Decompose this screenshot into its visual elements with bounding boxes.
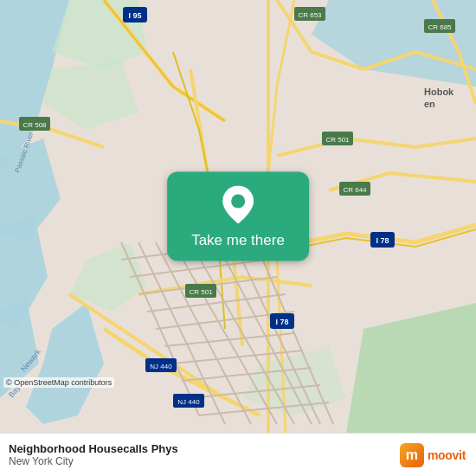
svg-text:I 78: I 78 (376, 236, 389, 245)
svg-text:NJ 440: NJ 440 (177, 398, 200, 406)
take-me-there-label: Take me there (191, 232, 285, 249)
place-location: New York City (9, 455, 178, 467)
svg-text:CR 644: CR 644 (343, 186, 367, 194)
moovit-wordmark: moovit (428, 448, 466, 462)
footer: Neighborhood Housecalls Phys New York Ci… (0, 433, 476, 476)
svg-point-29 (231, 195, 245, 209)
svg-text:CR 653: CR 653 (298, 11, 322, 19)
footer-text: Neighborhood Housecalls Phys New York Ci… (9, 442, 178, 467)
place-name: Neighborhood Housecalls Phys (9, 442, 178, 455)
svg-text:I 78: I 78 (275, 318, 288, 326)
svg-text:Hobok: Hobok (424, 87, 454, 97)
svg-text:I 95: I 95 (128, 11, 141, 20)
moovit-logo: m moovit (400, 443, 466, 467)
map-attribution: © OpenStreetMap contributors (3, 377, 114, 388)
take-me-there-button[interactable]: Take me there (167, 172, 309, 261)
location-pin-icon (222, 186, 254, 227)
svg-text:CR 685: CR 685 (428, 23, 452, 31)
moovit-logo-mark: m (400, 443, 424, 467)
svg-text:CR 508: CR 508 (23, 121, 47, 129)
svg-text:NJ 440: NJ 440 (150, 363, 172, 370)
map-container: I 95 CR 653 CR 685 CR 508 CR 501 CR 644 … (0, 0, 476, 433)
moovit-letter: m (406, 447, 418, 463)
svg-text:CR 501: CR 501 (189, 288, 213, 296)
svg-text:en: en (424, 99, 435, 109)
svg-text:CR 501: CR 501 (325, 136, 350, 144)
